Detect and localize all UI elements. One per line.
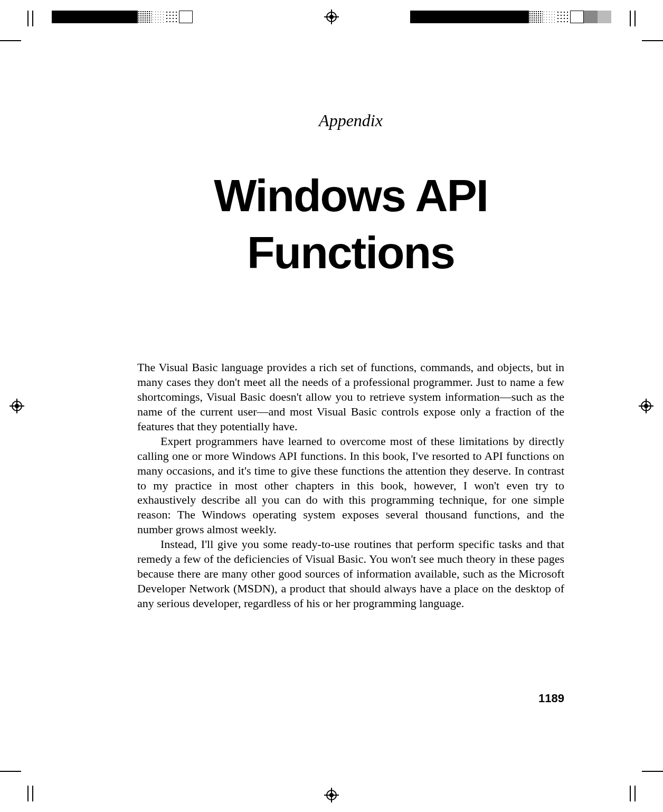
- trim-line-top: [0, 40, 663, 41]
- printer-bar-left: [52, 11, 193, 23]
- registration-mark-bottom: [324, 788, 339, 802]
- body-text: The Visual Basic language provides a ric…: [137, 360, 564, 611]
- crop-mark-tl: [16, 11, 40, 35]
- page-title: Windows API Functions: [137, 167, 564, 281]
- registration-mark-top: [324, 10, 339, 24]
- crop-mark-tr: [623, 11, 647, 35]
- crop-mark-bl: [16, 777, 40, 801]
- paragraph-1: The Visual Basic language provides a ric…: [137, 360, 564, 434]
- paragraph-3: Instead, I'll give you some ready-to-use…: [137, 537, 564, 611]
- printer-bar-right: [410, 11, 611, 23]
- registration-mark-left: [10, 399, 24, 413]
- paragraph-2: Expert programmers have learned to overc…: [137, 434, 564, 537]
- registration-mark-right: [639, 399, 653, 413]
- trim-line-bottom: [0, 771, 663, 772]
- page-content: Appendix Windows API Functions The Visua…: [137, 111, 564, 611]
- overtitle: Appendix: [137, 111, 564, 130]
- title-line-1: Windows API: [214, 170, 488, 221]
- title-line-2: Functions: [247, 227, 454, 278]
- crop-mark-br: [623, 777, 647, 801]
- page-number: 1189: [538, 692, 564, 705]
